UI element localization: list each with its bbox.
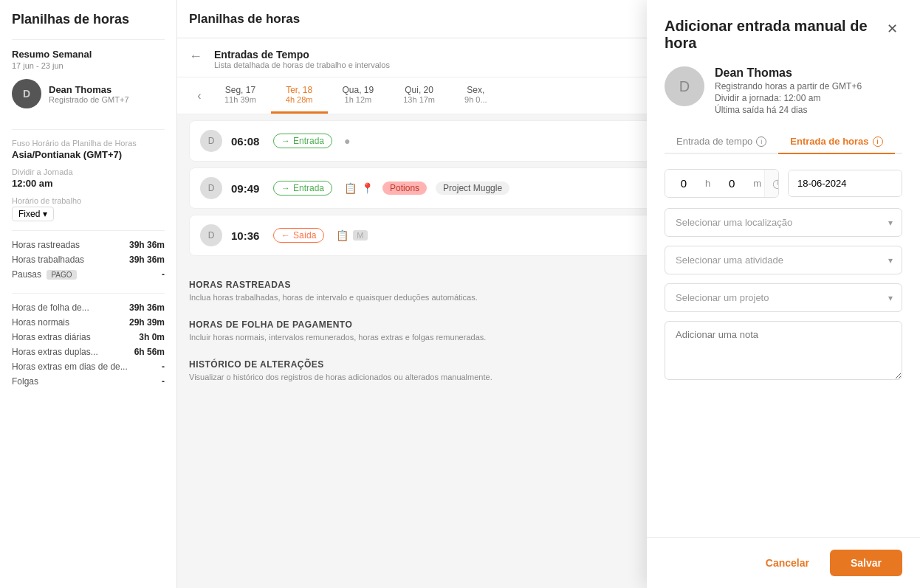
normal-hours-row: Horas normais 29h 39m xyxy=(12,317,165,328)
tracked-hours-value: 39h 36m xyxy=(129,240,165,250)
avatar-initial: D xyxy=(23,88,30,100)
work-schedule-value: Fixed xyxy=(18,209,40,219)
days-off-label: Folgas xyxy=(12,376,38,387)
panel-user-line2: Dividir a jornada: 12:00 am xyxy=(715,93,862,103)
day-tab-seg[interactable]: Seg, 17 11h 39m xyxy=(210,77,271,114)
pay-leave-label: Horas de folha de... xyxy=(12,302,89,313)
entry-time: 10:36 xyxy=(231,229,264,242)
copy-icon[interactable]: 📋 xyxy=(336,229,349,241)
activity-select-row[interactable]: Selecionar uma atividade ▾ xyxy=(665,246,902,274)
user-subtitle: Registrado de GMT+7 xyxy=(49,95,129,104)
worked-hours-row: Horas trabalhadas 39h 36m xyxy=(12,255,165,265)
day-tab-qua[interactable]: Qua, 19 1h 12m xyxy=(328,77,389,114)
worked-hours-label: Horas trabalhadas xyxy=(12,255,84,265)
holiday-extra-row: Horas extras em dias de de... - xyxy=(12,362,165,372)
panel-header: Adicionar entrada manual de hora ✕ xyxy=(647,0,920,52)
tab-label: Entrada de horas xyxy=(790,136,868,147)
breaks-value: - xyxy=(162,269,165,280)
tab-entrada-de-tempo[interactable]: Entrada de tempo i xyxy=(665,130,778,154)
day-tab-sex[interactable]: Sex, 9h 0... xyxy=(450,77,502,114)
panel-user-text: Dean Thomas Registrando horas a partir d… xyxy=(715,66,862,115)
add-manual-entry-panel: Adicionar entrada manual de hora ✕ D Dea… xyxy=(647,0,920,588)
holiday-extra-label: Horas extras em dias de de... xyxy=(12,362,128,372)
location-select-row[interactable]: Selecionar uma localização ▾ xyxy=(665,208,902,237)
day-tab-qui[interactable]: Qui, 20 13h 17m xyxy=(388,77,450,114)
panel-body: D Dean Thomas Registrando horas a partir… xyxy=(647,52,920,537)
double-extra-row: Horas extras duplas... 6h 56m xyxy=(12,347,165,357)
entry-type-label: Entrada xyxy=(293,136,324,146)
avatar: D xyxy=(200,130,222,152)
m-badge: M xyxy=(353,230,367,241)
arrow-in-icon: → xyxy=(281,183,290,193)
project-muggle-tag[interactable]: Project Muggle xyxy=(436,181,509,195)
date-range: 17 jun - 23 jun xyxy=(12,61,165,70)
panel-avatar: D xyxy=(665,66,704,106)
copy-icon[interactable]: 📋 xyxy=(344,182,357,194)
avatar: D xyxy=(200,177,222,199)
location-select[interactable]: Selecionar uma localização xyxy=(665,209,902,236)
timezone-label: Fuso Horário da Planilha de Horas xyxy=(12,139,165,148)
entry-icons: 📋 M xyxy=(336,229,367,241)
chevron-down-icon: ▾ xyxy=(43,209,47,219)
panel-user-name: Dean Thomas xyxy=(715,66,862,80)
entry-type-badge-out: ← Saída xyxy=(273,228,324,243)
arrow-out-icon: ← xyxy=(281,230,290,241)
avatar: D xyxy=(200,224,222,246)
potions-tag[interactable]: Potions xyxy=(382,181,427,195)
close-button[interactable]: ✕ xyxy=(882,18,902,40)
work-schedule-label: Horário de trabalho xyxy=(12,196,165,205)
project-select-row[interactable]: Selecionar um projeto ▾ xyxy=(665,283,902,312)
worked-hours-value: 39h 36m xyxy=(129,255,165,265)
day-tab-ter[interactable]: Ter, 18 4h 28m xyxy=(271,77,328,114)
panel-user-line3: Última saída há 24 dias xyxy=(715,105,862,115)
arrow-in-icon: → xyxy=(281,136,290,146)
days-off-value: - xyxy=(162,376,165,387)
panel-avatar-initial: D xyxy=(679,78,690,95)
tab-label: Entrada de tempo xyxy=(676,136,752,147)
entry-type-label: Entrada xyxy=(293,183,324,193)
breaks-row: Pausas PAGO - xyxy=(12,269,165,280)
date-input[interactable] xyxy=(789,170,902,196)
clock-icon[interactable]: ◷ xyxy=(764,170,779,197)
days-off-row: Folgas - xyxy=(12,376,165,387)
info-icon: i xyxy=(756,136,766,147)
daily-extra-value: 3h 0m xyxy=(139,332,165,342)
activity-select[interactable]: Selecionar uma atividade xyxy=(665,246,902,274)
entries-title: Entradas de Tempo xyxy=(214,49,390,60)
note-textarea[interactable] xyxy=(665,321,902,380)
weekly-summary-label: Resumo Semanal xyxy=(12,49,165,60)
entry-time: 06:08 xyxy=(231,135,264,148)
split-shift-label: Dividir a Jornada xyxy=(12,167,165,176)
project-select[interactable]: Selecionar um projeto xyxy=(665,284,902,311)
page-title: Planilhas de horas xyxy=(189,12,721,27)
work-schedule-row: Fixed ▾ xyxy=(12,207,165,221)
pago-badge: PAGO xyxy=(47,270,76,280)
entry-type-badge-in2: → Entrada xyxy=(273,181,332,196)
breaks-label: Pausas PAGO xyxy=(12,269,77,280)
minutes-input[interactable] xyxy=(713,170,750,197)
date-input-group[interactable]: 📅 xyxy=(788,170,902,197)
tracked-hours-row: Horas rastreadas 39h 36m xyxy=(12,240,165,250)
tracked-hours-label: Horas rastreadas xyxy=(12,240,80,250)
normal-hours-value: 29h 39m xyxy=(129,317,165,328)
location-pin-icon[interactable]: 📍 xyxy=(361,182,374,194)
back-icon[interactable]: ← xyxy=(189,49,202,64)
pay-leave-value: 39h 36m xyxy=(129,302,165,313)
cancel-button[interactable]: Cancelar xyxy=(754,550,821,576)
hours-input[interactable] xyxy=(665,170,702,197)
entry-icons: 📋 📍 xyxy=(344,182,374,194)
save-button[interactable]: Salvar xyxy=(830,550,902,576)
timezone-value: Asia/Pontianak (GMT+7) xyxy=(12,149,165,160)
daily-extra-label: Horas extras diárias xyxy=(12,332,91,342)
split-shift-value: 12:00 am xyxy=(12,178,165,189)
panel-user-info: D Dean Thomas Registrando horas a partir… xyxy=(665,66,902,115)
location-icon[interactable]: ● xyxy=(344,135,350,147)
entry-icons: ● xyxy=(344,135,350,147)
prev-day-nav[interactable]: ‹ xyxy=(189,86,210,106)
sidebar: Planilhas de horas Resumo Semanal 17 jun… xyxy=(0,0,177,588)
time-input-group[interactable]: h m ◷ xyxy=(665,169,779,198)
tab-entrada-de-horas[interactable]: Entrada de horas i xyxy=(778,130,894,154)
user-row: D Dean Thomas Registrado de GMT+7 xyxy=(12,79,165,108)
work-schedule-dropdown[interactable]: Fixed ▾ xyxy=(12,207,54,221)
panel-title: Adicionar entrada manual de hora xyxy=(665,18,882,52)
